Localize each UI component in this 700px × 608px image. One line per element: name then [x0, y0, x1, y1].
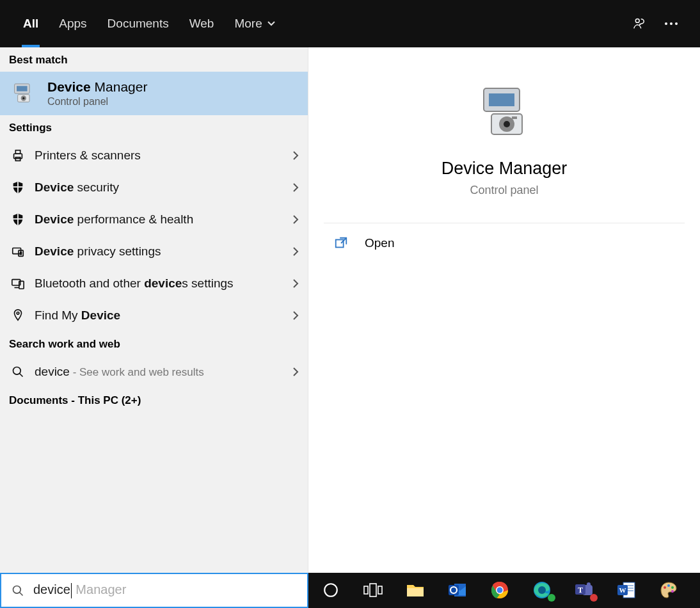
preview-pane: Device Manager Control panel Open	[308, 47, 700, 573]
svg-point-56	[671, 586, 674, 589]
svg-point-2	[670, 22, 672, 25]
best-match-title-bold: Device	[47, 79, 91, 94]
chevron-right-icon	[292, 214, 299, 225]
tab-apps[interactable]: Apps	[49, 0, 97, 47]
location-pin-icon	[9, 308, 27, 323]
settings-item-device-performance[interactable]: Device performance & health	[0, 204, 308, 236]
tab-more[interactable]: More	[224, 0, 285, 47]
svg-rect-35	[407, 588, 424, 596]
svg-rect-24	[489, 93, 514, 106]
open-label: Open	[365, 236, 394, 250]
taskbar-outlook[interactable]	[440, 576, 475, 605]
svg-point-1	[665, 22, 667, 25]
taskbar-chrome[interactable]	[482, 576, 517, 605]
settings-item-device-privacy[interactable]: Device privacy settings	[0, 236, 308, 268]
chevron-right-icon	[292, 278, 299, 289]
caret-down-icon	[267, 21, 275, 26]
documents-header[interactable]: Documents - This PC (2+)	[0, 388, 308, 412]
results-list: Best match Device Manager Control panel …	[0, 47, 308, 573]
settings-header: Settings	[0, 115, 308, 140]
chevron-right-icon	[292, 150, 299, 161]
more-options-icon[interactable]	[655, 0, 687, 47]
tab-all[interactable]: All	[13, 0, 49, 47]
web-header: Search work and web	[0, 332, 308, 356]
svg-point-3	[675, 22, 678, 25]
settings-item-label: Device security	[35, 180, 292, 195]
feedback-icon[interactable]	[623, 0, 655, 47]
search-icon	[9, 365, 27, 378]
svg-point-55	[667, 584, 670, 587]
settings-item-label: Device privacy settings	[35, 244, 292, 259]
open-icon	[334, 236, 352, 250]
svg-rect-10	[15, 150, 20, 154]
status-badge-icon	[590, 594, 598, 602]
tab-web[interactable]: Web	[179, 0, 225, 47]
taskbar-task-view[interactable]	[356, 576, 390, 605]
tab-more-label: More	[234, 17, 262, 31]
best-match-title-rest: Manager	[91, 79, 148, 94]
svg-rect-15	[13, 218, 24, 220]
search-results-body: Best match Device Manager Control panel …	[0, 47, 700, 573]
open-action[interactable]: Open	[308, 223, 700, 263]
preview-title: Device Manager	[441, 159, 568, 179]
search-input[interactable]: device Manager	[0, 573, 308, 608]
best-match-item[interactable]: Device Manager Control panel	[0, 72, 308, 115]
svg-point-0	[635, 19, 639, 22]
svg-point-54	[664, 586, 666, 589]
svg-point-21	[17, 312, 19, 315]
taskbar-cortana[interactable]	[314, 576, 348, 605]
svg-point-27	[504, 121, 510, 127]
svg-point-31	[324, 584, 337, 596]
chevron-right-icon	[292, 310, 299, 321]
svg-point-8	[22, 97, 24, 99]
bottom-bar: device Manager	[0, 573, 700, 608]
settings-item-find-my-device[interactable]: Find My Device	[0, 300, 308, 332]
printer-icon	[9, 148, 27, 163]
svg-rect-34	[378, 586, 382, 594]
device-manager-icon	[9, 79, 37, 108]
svg-rect-11	[15, 157, 20, 161]
settings-item-printers-scanners[interactable]: Printers & scanners	[0, 140, 308, 172]
preview-header: Device Manager Control panel	[324, 47, 685, 223]
status-badge-icon	[548, 594, 555, 602]
svg-text:T: T	[578, 586, 583, 595]
taskbar: T W	[308, 573, 700, 608]
svg-rect-18	[20, 252, 22, 255]
svg-text:W: W	[619, 586, 626, 594]
taskbar-teams[interactable]: T	[567, 576, 601, 605]
settings-item-device-security[interactable]: Device security	[0, 172, 308, 204]
taskbar-word[interactable]: W	[609, 576, 644, 605]
settings-item-label: Printers & scanners	[35, 148, 292, 163]
chevron-right-icon	[292, 246, 299, 257]
svg-point-30	[13, 586, 21, 593]
settings-item-label: Find My Device	[35, 308, 292, 323]
device-manager-large-icon	[473, 83, 535, 145]
search-value: device Manager	[33, 582, 126, 598]
svg-point-41	[497, 587, 503, 593]
shield-icon	[9, 180, 27, 195]
search-scope-tabs: All Apps Documents Web More	[0, 0, 700, 47]
taskbar-paint[interactable]	[651, 576, 686, 605]
web-search-item[interactable]: device - See work and web results	[0, 356, 308, 388]
web-search-text: device - See work and web results	[35, 365, 292, 379]
tab-documents[interactable]: Documents	[97, 0, 179, 47]
best-match-sub: Control panel	[47, 96, 147, 108]
svg-rect-33	[370, 584, 376, 596]
svg-point-43	[538, 586, 546, 594]
settings-item-label: Bluetooth and other devices settings	[35, 276, 292, 291]
settings-item-bluetooth-devices[interactable]: Bluetooth and other devices settings	[0, 268, 308, 300]
search-icon	[12, 584, 24, 597]
svg-rect-16	[13, 248, 21, 254]
taskbar-edge[interactable]	[525, 576, 559, 605]
devices-icon	[9, 276, 27, 291]
privacy-icon	[9, 244, 27, 259]
taskbar-file-explorer[interactable]	[398, 576, 433, 605]
chevron-right-icon	[292, 182, 299, 193]
svg-rect-29	[336, 240, 344, 248]
preview-subtitle: Control panel	[470, 184, 538, 197]
best-match-header: Best match	[0, 47, 308, 72]
settings-item-label: Device performance & health	[35, 212, 292, 227]
chevron-right-icon	[292, 367, 299, 377]
svg-rect-5	[17, 86, 28, 91]
svg-point-57	[671, 590, 674, 593]
